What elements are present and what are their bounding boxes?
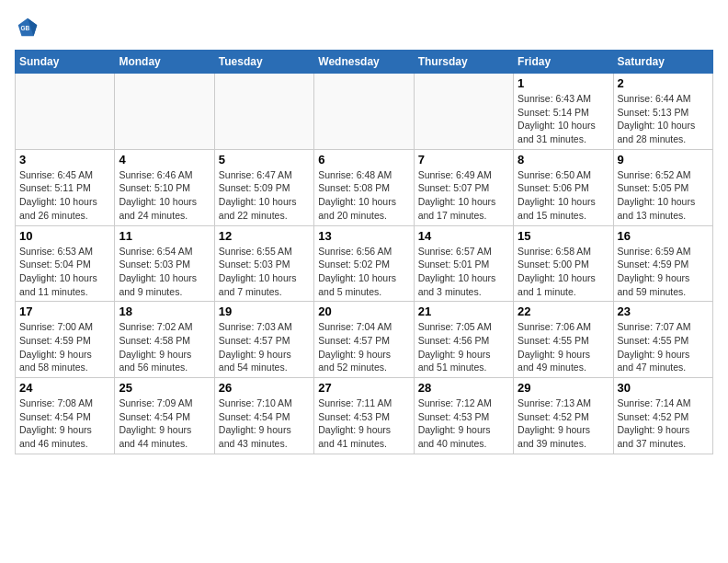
- calendar-day-cell: [16, 74, 115, 150]
- calendar-day-cell: 4Sunrise: 6:46 AM Sunset: 5:10 PM Daylig…: [115, 149, 214, 225]
- calendar-day-cell: 7Sunrise: 6:49 AM Sunset: 5:07 PM Daylig…: [414, 149, 513, 225]
- day-info: Sunrise: 6:54 AM Sunset: 5:03 PM Dayligh…: [119, 245, 210, 299]
- calendar-day-cell: 22Sunrise: 7:06 AM Sunset: 4:55 PM Dayli…: [514, 302, 613, 378]
- day-number: 26: [219, 381, 310, 395]
- day-info: Sunrise: 6:48 AM Sunset: 5:08 PM Dayligh…: [318, 168, 409, 223]
- day-number: 21: [418, 304, 509, 318]
- day-info: Sunrise: 7:13 AM Sunset: 4:52 PM Dayligh…: [518, 396, 609, 451]
- day-info: Sunrise: 7:10 AM Sunset: 4:54 PM Dayligh…: [219, 396, 310, 451]
- day-info: Sunrise: 6:50 AM Sunset: 5:06 PM Dayligh…: [518, 168, 609, 223]
- calendar-day-cell: 5Sunrise: 6:47 AM Sunset: 5:09 PM Daylig…: [214, 149, 313, 225]
- day-number: 10: [19, 229, 110, 243]
- day-info: Sunrise: 7:07 AM Sunset: 4:55 PM Dayligh…: [618, 320, 709, 374]
- day-number: 2: [618, 76, 709, 90]
- day-info: Sunrise: 7:14 AM Sunset: 4:52 PM Dayligh…: [618, 396, 709, 451]
- calendar-day-cell: 25Sunrise: 7:09 AM Sunset: 4:54 PM Dayli…: [115, 378, 214, 454]
- calendar-day-cell: [414, 74, 513, 150]
- day-number: 29: [518, 381, 609, 395]
- weekday-header: Tuesday: [214, 51, 313, 74]
- calendar-day-cell: 23Sunrise: 7:07 AM Sunset: 4:55 PM Dayli…: [613, 302, 712, 378]
- calendar-day-cell: 8Sunrise: 6:50 AM Sunset: 5:06 PM Daylig…: [514, 149, 613, 225]
- day-info: Sunrise: 7:05 AM Sunset: 4:56 PM Dayligh…: [418, 320, 509, 374]
- day-number: 6: [318, 153, 409, 167]
- logo-icon: GB: [15, 15, 40, 40]
- day-number: 18: [119, 304, 210, 318]
- day-number: 30: [618, 381, 709, 395]
- day-number: 27: [318, 381, 409, 395]
- day-number: 25: [119, 381, 210, 395]
- day-info: Sunrise: 7:04 AM Sunset: 4:57 PM Dayligh…: [318, 320, 409, 374]
- calendar-week-row: 1Sunrise: 6:43 AM Sunset: 5:14 PM Daylig…: [16, 74, 713, 150]
- calendar-day-cell: 19Sunrise: 7:03 AM Sunset: 4:57 PM Dayli…: [214, 302, 313, 378]
- calendar-day-cell: 17Sunrise: 7:00 AM Sunset: 4:59 PM Dayli…: [16, 302, 115, 378]
- weekday-header: Sunday: [16, 51, 115, 74]
- calendar-day-cell: 6Sunrise: 6:48 AM Sunset: 5:08 PM Daylig…: [314, 149, 414, 225]
- day-info: Sunrise: 7:06 AM Sunset: 4:55 PM Dayligh…: [518, 320, 609, 374]
- day-number: 20: [318, 304, 409, 318]
- calendar-day-cell: 9Sunrise: 6:52 AM Sunset: 5:05 PM Daylig…: [613, 149, 712, 225]
- day-info: Sunrise: 6:59 AM Sunset: 4:59 PM Dayligh…: [618, 245, 709, 299]
- svg-text:GB: GB: [21, 25, 30, 31]
- calendar-table: SundayMondayTuesdayWednesdayThursdayFrid…: [15, 50, 713, 454]
- day-info: Sunrise: 6:56 AM Sunset: 5:02 PM Dayligh…: [318, 245, 409, 299]
- calendar-header-row: SundayMondayTuesdayWednesdayThursdayFrid…: [16, 51, 713, 74]
- day-number: 16: [618, 229, 709, 243]
- day-number: 22: [518, 304, 609, 318]
- day-number: 23: [618, 304, 709, 318]
- day-number: 14: [418, 229, 509, 243]
- weekday-header: Saturday: [613, 51, 712, 74]
- day-info: Sunrise: 7:09 AM Sunset: 4:54 PM Dayligh…: [119, 396, 210, 451]
- calendar-day-cell: 12Sunrise: 6:55 AM Sunset: 5:03 PM Dayli…: [214, 225, 313, 302]
- day-info: Sunrise: 6:49 AM Sunset: 5:07 PM Dayligh…: [418, 168, 509, 223]
- calendar-day-cell: 14Sunrise: 6:57 AM Sunset: 5:01 PM Dayli…: [414, 225, 513, 302]
- day-info: Sunrise: 6:58 AM Sunset: 5:00 PM Dayligh…: [518, 245, 609, 299]
- day-number: 4: [119, 153, 210, 167]
- logo: GB: [15, 15, 44, 40]
- calendar-day-cell: 18Sunrise: 7:02 AM Sunset: 4:58 PM Dayli…: [115, 302, 214, 378]
- day-info: Sunrise: 6:46 AM Sunset: 5:10 PM Dayligh…: [119, 168, 210, 223]
- calendar-day-cell: 27Sunrise: 7:11 AM Sunset: 4:53 PM Dayli…: [314, 378, 414, 454]
- calendar-day-cell: [214, 74, 313, 150]
- calendar-day-cell: 13Sunrise: 6:56 AM Sunset: 5:02 PM Dayli…: [314, 225, 414, 302]
- day-info: Sunrise: 7:12 AM Sunset: 4:53 PM Dayligh…: [418, 396, 509, 451]
- calendar-week-row: 10Sunrise: 6:53 AM Sunset: 5:04 PM Dayli…: [16, 225, 713, 302]
- weekday-header: Thursday: [414, 51, 513, 74]
- day-info: Sunrise: 6:55 AM Sunset: 5:03 PM Dayligh…: [219, 245, 310, 299]
- calendar-week-row: 17Sunrise: 7:00 AM Sunset: 4:59 PM Dayli…: [16, 302, 713, 378]
- calendar-day-cell: 15Sunrise: 6:58 AM Sunset: 5:00 PM Dayli…: [514, 225, 613, 302]
- calendar-day-cell: 2Sunrise: 6:44 AM Sunset: 5:13 PM Daylig…: [613, 74, 712, 150]
- calendar-day-cell: 30Sunrise: 7:14 AM Sunset: 4:52 PM Dayli…: [613, 378, 712, 454]
- day-number: 5: [219, 153, 310, 167]
- calendar-day-cell: 20Sunrise: 7:04 AM Sunset: 4:57 PM Dayli…: [314, 302, 414, 378]
- calendar-day-cell: 21Sunrise: 7:05 AM Sunset: 4:56 PM Dayli…: [414, 302, 513, 378]
- day-info: Sunrise: 6:57 AM Sunset: 5:01 PM Dayligh…: [418, 245, 509, 299]
- weekday-header: Wednesday: [314, 51, 414, 74]
- day-info: Sunrise: 6:44 AM Sunset: 5:13 PM Dayligh…: [618, 92, 709, 146]
- calendar-day-cell: 28Sunrise: 7:12 AM Sunset: 4:53 PM Dayli…: [414, 378, 513, 454]
- day-info: Sunrise: 6:53 AM Sunset: 5:04 PM Dayligh…: [19, 245, 110, 299]
- day-number: 9: [618, 153, 709, 167]
- calendar-day-cell: 24Sunrise: 7:08 AM Sunset: 4:54 PM Dayli…: [16, 378, 115, 454]
- calendar-day-cell: 11Sunrise: 6:54 AM Sunset: 5:03 PM Dayli…: [115, 225, 214, 302]
- day-info: Sunrise: 7:11 AM Sunset: 4:53 PM Dayligh…: [318, 396, 409, 451]
- calendar-day-cell: 26Sunrise: 7:10 AM Sunset: 4:54 PM Dayli…: [214, 378, 313, 454]
- day-info: Sunrise: 6:45 AM Sunset: 5:11 PM Dayligh…: [19, 168, 110, 223]
- day-number: 3: [19, 153, 110, 167]
- day-info: Sunrise: 7:00 AM Sunset: 4:59 PM Dayligh…: [19, 320, 110, 374]
- weekday-header: Friday: [514, 51, 613, 74]
- day-number: 8: [518, 153, 609, 167]
- day-info: Sunrise: 6:52 AM Sunset: 5:05 PM Dayligh…: [618, 168, 709, 223]
- day-number: 7: [418, 153, 509, 167]
- weekday-header: Monday: [115, 51, 214, 74]
- day-info: Sunrise: 6:47 AM Sunset: 5:09 PM Dayligh…: [219, 168, 310, 223]
- day-number: 19: [219, 304, 310, 318]
- calendar-week-row: 24Sunrise: 7:08 AM Sunset: 4:54 PM Dayli…: [16, 378, 713, 454]
- day-number: 17: [19, 304, 110, 318]
- day-number: 11: [119, 229, 210, 243]
- calendar-day-cell: [115, 74, 214, 150]
- day-number: 15: [518, 229, 609, 243]
- calendar-day-cell: 16Sunrise: 6:59 AM Sunset: 4:59 PM Dayli…: [613, 225, 712, 302]
- day-info: Sunrise: 7:08 AM Sunset: 4:54 PM Dayligh…: [19, 396, 110, 451]
- day-info: Sunrise: 7:03 AM Sunset: 4:57 PM Dayligh…: [219, 320, 310, 374]
- day-number: 28: [418, 381, 509, 395]
